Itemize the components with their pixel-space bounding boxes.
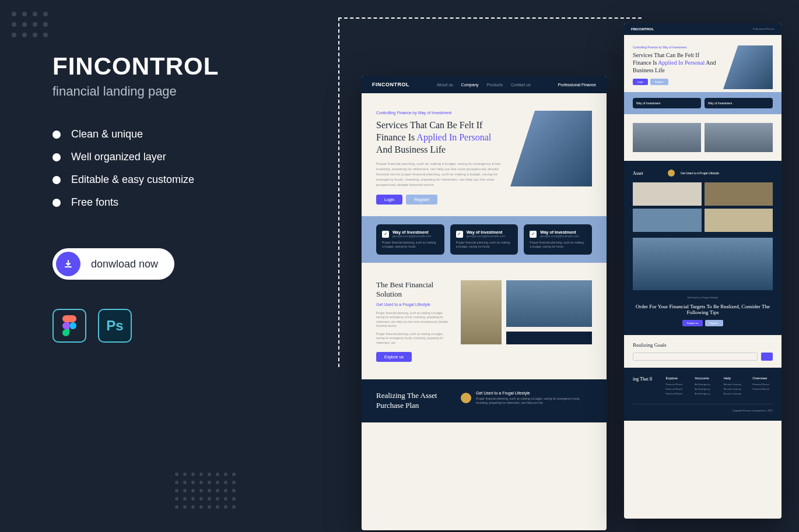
mockup-preview-side: FINCONTROL Professional Finance Controll… [624, 23, 782, 519]
solution-title: The Best Financial Solution [376, 280, 452, 298]
goals-section: Realizing Goals [624, 335, 782, 368]
solution-section: The Best Financial Solution Get Used to … [362, 263, 607, 379]
side-card: Way of Investment [633, 98, 701, 108]
asset-img [705, 182, 773, 206]
hero-image [510, 111, 592, 186]
feature-item: Well organized layer [52, 151, 286, 163]
feature-item: Free fonts [52, 196, 286, 209]
check-icon: ✓ [530, 231, 537, 238]
gallery-img [633, 123, 701, 152]
figma-icon[interactable] [52, 309, 86, 343]
gallery-img [705, 123, 773, 152]
solution-img-bar [506, 332, 592, 344]
nav-company[interactable]: Company [461, 83, 479, 87]
tips-title: Order For Your Financial Targets To Be R… [633, 304, 773, 315]
side-hero: Controlling Finance by Way of Investment… [624, 35, 782, 92]
explore-button[interactable]: Explore us [376, 352, 412, 362]
asset-img [705, 209, 773, 232]
download-icon [56, 252, 80, 276]
promo-panel: FINCONTROL financial landing page Clean … [52, 52, 286, 343]
mockup-preview-main: FINCONTROL About us Company Products Con… [362, 76, 607, 530]
login-button[interactable]: Login [376, 195, 402, 205]
side-asset-section: Asset Get Used to a Frugal Lifestyle Get… [624, 161, 782, 335]
decorative-dots-top-left [12, 12, 48, 37]
asset-img [633, 182, 702, 206]
hero-eyebrow: Controlling Finance by Way of Investment [376, 111, 502, 115]
svg-point-0 [69, 322, 76, 329]
feature-item: Editable & easy customize [52, 174, 286, 186]
solution-images [461, 280, 592, 362]
register-button[interactable]: Register [406, 195, 437, 205]
asset-title: Realizing The Asset Purchase Plan [376, 391, 452, 411]
solution-img-1 [461, 280, 502, 344]
side-gallery [624, 114, 782, 161]
solution-sub: Get Used to a Frugal Lifestyle [376, 302, 452, 306]
side-register[interactable]: Register [650, 79, 668, 85]
feature-item: Clean & unique [52, 128, 286, 140]
side-cta-1[interactable]: Explore us [682, 320, 703, 326]
side-login[interactable]: Login [633, 79, 648, 85]
photoshop-icon[interactable]: Ps [98, 309, 132, 343]
feature-cards-row: ✓Way of Investmentgeorgia.young@example.… [362, 216, 607, 263]
side-feature-row: Way of Investment Way of Investment [624, 92, 782, 114]
solution-img-2 [506, 280, 592, 327]
side-header: FINCONTROL Professional Finance [624, 23, 782, 35]
feature-list: Clean & unique Well organized layer Edit… [52, 128, 286, 209]
decorative-dots-bottom-left [175, 473, 236, 509]
asset-section: Realizing The Asset Purchase Plan Get Us… [362, 379, 607, 422]
nav-products[interactable]: Products [487, 83, 503, 87]
feature-card: ✓Way of Investmentgeorgia.young@example.… [450, 224, 518, 255]
avatar [461, 393, 471, 403]
app-icons-row: Ps [52, 309, 286, 343]
goals-input[interactable] [633, 353, 758, 361]
nav-contact[interactable]: Contact us [511, 83, 530, 87]
hero-section: Controlling Finance by Way of Investment… [362, 93, 607, 216]
hero-desc: Proper financial planning, such as makin… [376, 161, 502, 188]
promo-title: FINCONTROL [52, 52, 286, 80]
side-big-image [633, 238, 773, 290]
feature-card: ✓Way of Investmentgeorgia.young@example.… [376, 224, 444, 255]
download-label: donwload now [91, 258, 158, 270]
check-icon: ✓ [382, 231, 389, 238]
side-card: Way of Investment [705, 98, 773, 108]
mockup-nav: About us Company Products Contact us [437, 83, 531, 87]
copyright: Copyright Finance management - 2021 [633, 404, 773, 412]
side-footer: ing That ll Explore Financial Reach Fina… [624, 368, 782, 421]
hero-headline: Services That Can Be Felt If Finance Is … [376, 119, 502, 156]
feature-card: ✓Way of Investmentgeorgia.young@example.… [524, 224, 592, 255]
avatar [668, 170, 675, 177]
check-icon: ✓ [456, 231, 463, 238]
mockup-logo: FINCONTROL [372, 82, 409, 87]
download-button[interactable]: donwload now [52, 248, 174, 280]
goals-submit[interactable] [761, 353, 773, 361]
header-cta[interactable]: Professional Finance [558, 83, 596, 87]
promo-subtitle: financial landing page [52, 84, 286, 99]
asset-img [633, 209, 702, 232]
side-cta-2[interactable]: Register [705, 320, 723, 326]
nav-about[interactable]: About us [437, 83, 453, 87]
mockup-header: FINCONTROL About us Company Products Con… [362, 76, 607, 93]
